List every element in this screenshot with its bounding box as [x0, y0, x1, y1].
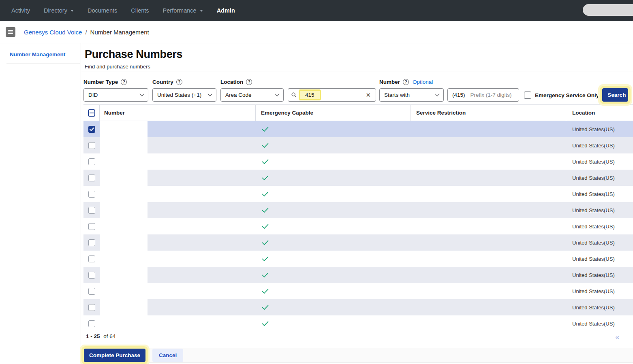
- redacted-number: [100, 218, 148, 234]
- emergency-capable-cell: [256, 224, 411, 229]
- table-row-7[interactable]: United States(US): [83, 234, 633, 251]
- number-cell: [100, 202, 256, 218]
- redacted-number: [100, 186, 148, 202]
- redacted-number: [100, 234, 148, 251]
- clear-icon[interactable]: ✕: [366, 92, 371, 99]
- table-row-10[interactable]: United States(US): [83, 283, 633, 299]
- table-row-3[interactable]: United States(US): [83, 170, 633, 186]
- hamburger-menu-icon[interactable]: [6, 27, 15, 37]
- chevron-down-icon: [275, 92, 279, 96]
- nav-item-activity[interactable]: Activity: [4, 7, 37, 14]
- row-checkbox[interactable]: [88, 126, 95, 133]
- number-cell: [100, 137, 256, 153]
- cancel-button[interactable]: Cancel: [152, 349, 183, 362]
- redacted-number: [100, 202, 148, 218]
- location-cell: United States(US): [566, 159, 633, 165]
- table-row-6[interactable]: United States(US): [83, 218, 633, 234]
- emergency-capable-cell: [256, 192, 411, 197]
- redacted-number: [100, 121, 148, 137]
- sidebar-item-number-management[interactable]: Number Management: [0, 51, 81, 57]
- table-row-8[interactable]: United States(US): [83, 251, 633, 267]
- table-row-12[interactable]: United States(US): [83, 315, 633, 328]
- help-icon[interactable]: ?: [403, 79, 409, 85]
- row-checkbox[interactable]: [88, 320, 95, 327]
- row-checkbox[interactable]: [88, 142, 95, 149]
- top-navigation: Activity Directory Documents Clients Per…: [0, 0, 633, 21]
- breadcrumb-current: Number Management: [90, 29, 149, 36]
- row-checkbox[interactable]: [88, 207, 95, 214]
- emergency-check-icon: [262, 143, 269, 148]
- sidebar-divider: [6, 64, 80, 64]
- redacted-number: [100, 267, 148, 283]
- pagination-range: 1 - 25: [86, 333, 100, 339]
- check-icon: [90, 128, 94, 131]
- help-icon[interactable]: ?: [246, 79, 252, 85]
- select-all-checkbox[interactable]: [88, 109, 95, 117]
- row-checkbox[interactable]: [88, 175, 95, 181]
- table-row-9[interactable]: United States(US): [83, 267, 633, 283]
- emergency-check-icon: [262, 159, 269, 164]
- location-select[interactable]: Area Code: [220, 88, 284, 102]
- location-cell: United States(US): [566, 191, 633, 197]
- redacted-number: [100, 299, 148, 315]
- row-checkbox[interactable]: [88, 223, 95, 230]
- sidebar: Number Management: [0, 43, 81, 364]
- number-type-select[interactable]: DID: [83, 88, 148, 102]
- nav-search-input[interactable]: [583, 4, 633, 16]
- emergency-check-icon: [262, 305, 269, 310]
- table-row-0[interactable]: United States(US): [83, 121, 633, 137]
- page-title: Purchase Numbers: [85, 48, 633, 61]
- number-cell: [100, 251, 256, 267]
- chevron-down-icon: [139, 92, 144, 96]
- emergency-capable-cell: [256, 208, 411, 213]
- table-row-5[interactable]: United States(US): [83, 202, 633, 218]
- page-header: Purchase Numbers Find and purchase numbe…: [81, 43, 633, 72]
- emergency-capable-cell: [256, 175, 411, 181]
- table-row-2[interactable]: United States(US): [83, 153, 633, 170]
- nav-item-clients[interactable]: Clients: [124, 7, 156, 14]
- help-icon[interactable]: ?: [121, 79, 127, 85]
- row-checkbox[interactable]: [88, 191, 95, 198]
- search-button[interactable]: Search: [602, 88, 628, 102]
- country-select[interactable]: United States (+1): [152, 88, 216, 102]
- location-cell: United States(US): [566, 143, 633, 149]
- emergency-capable-cell: [256, 127, 411, 132]
- nav-item-documents[interactable]: Documents: [81, 7, 124, 14]
- area-code-value-highlighted: 415: [299, 89, 321, 100]
- row-checkbox[interactable]: [88, 288, 95, 295]
- emergency-service-only-checkbox[interactable]: [524, 92, 531, 99]
- help-icon[interactable]: ?: [176, 79, 182, 85]
- table-row-11[interactable]: United States(US): [83, 299, 633, 315]
- first-page-icon[interactable]: «: [616, 333, 619, 341]
- emergency-check-icon: [262, 208, 269, 213]
- complete-purchase-button[interactable]: Complete Purchase: [84, 349, 145, 362]
- prefix-input[interactable]: (415) Prefix (1-7 digits): [447, 88, 519, 102]
- nav-item-performance[interactable]: Performance: [156, 7, 210, 14]
- redacted-number: [100, 251, 148, 267]
- location-label: Location: [220, 79, 243, 85]
- row-checkbox[interactable]: [88, 158, 95, 165]
- nav-item-admin[interactable]: Admin: [210, 7, 242, 14]
- table-row-1[interactable]: United States(US): [83, 137, 633, 153]
- row-checkbox[interactable]: [88, 255, 95, 262]
- number-match-select[interactable]: Starts with: [379, 88, 444, 102]
- emergency-check-icon: [262, 321, 269, 326]
- row-checkbox[interactable]: [88, 272, 95, 279]
- action-bar: Complete Purchase Cancel: [81, 348, 633, 363]
- location-cell: United States(US): [566, 240, 633, 246]
- number-cell: [100, 218, 256, 234]
- row-checkbox[interactable]: [88, 304, 95, 311]
- number-label: Number: [379, 79, 400, 85]
- emergency-service-only-label[interactable]: Emergency Service Only: [535, 92, 599, 98]
- emergency-capable-cell: [256, 321, 411, 326]
- optional-link[interactable]: Optional: [413, 79, 433, 85]
- emergency-capable-cell: [256, 289, 411, 294]
- location-cell: United States(US): [566, 321, 633, 327]
- row-checkbox[interactable]: [88, 239, 95, 246]
- breadcrumb: Genesys Cloud Voice / Number Management: [0, 21, 633, 43]
- nav-item-directory[interactable]: Directory: [37, 7, 81, 14]
- table-header-row: Number Emergency Capable Service Restric…: [83, 104, 633, 121]
- area-code-search-input[interactable]: 415 ✕: [288, 88, 376, 102]
- breadcrumb-link[interactable]: Genesys Cloud Voice: [24, 29, 82, 36]
- table-row-4[interactable]: United States(US): [83, 186, 633, 202]
